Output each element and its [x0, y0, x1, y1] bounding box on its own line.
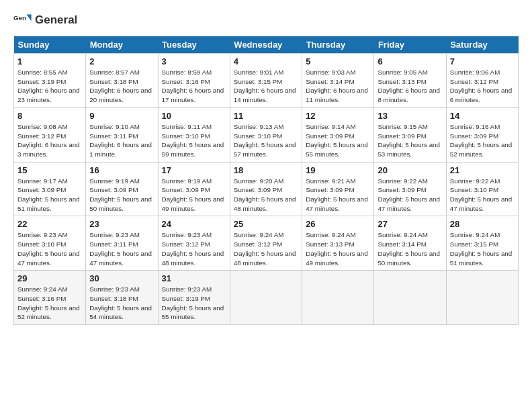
day-number: 26 — [306, 219, 370, 229]
day-info: Sunrise: 9:08 AMSunset: 3:12 PMDaylight:… — [17, 122, 82, 159]
day-info: Sunrise: 8:59 AMSunset: 3:16 PMDaylight:… — [162, 68, 226, 105]
col-saturday: Saturday — [446, 36, 518, 54]
calendar-cell: 19 Sunrise: 9:21 AMSunset: 3:09 PMDaylig… — [302, 162, 374, 216]
day-info: Sunrise: 9:15 AMSunset: 3:09 PMDaylight:… — [378, 122, 442, 159]
day-number: 29 — [17, 273, 82, 283]
day-number: 31 — [162, 273, 226, 283]
calendar-cell: 6 Sunrise: 9:05 AMSunset: 3:13 PMDayligh… — [374, 54, 446, 108]
calendar-cell: 31 Sunrise: 9:23 AMSunset: 3:19 PMDaylig… — [158, 271, 230, 325]
day-info: Sunrise: 8:55 AMSunset: 3:19 PMDaylight:… — [17, 68, 82, 105]
calendar-cell: 8 Sunrise: 9:08 AMSunset: 3:12 PMDayligh… — [14, 107, 86, 162]
calendar-cell: 18 Sunrise: 9:20 AMSunset: 3:09 PMDaylig… — [230, 162, 302, 216]
day-number: 12 — [306, 111, 370, 121]
calendar-cell: 29 Sunrise: 9:24 AMSunset: 3:16 PMDaylig… — [14, 271, 86, 325]
calendar-cell: 5 Sunrise: 9:03 AMSunset: 3:14 PMDayligh… — [302, 54, 374, 108]
day-number: 1 — [17, 56, 82, 66]
col-monday: Monday — [86, 36, 158, 54]
day-info: Sunrise: 9:23 AMSunset: 3:12 PMDaylight:… — [162, 230, 226, 267]
header: Gen General — [13, 11, 519, 30]
logo: Gen General — [13, 11, 77, 30]
day-number: 11 — [234, 111, 298, 121]
day-number: 20 — [378, 165, 442, 175]
day-number: 19 — [306, 165, 370, 175]
day-info: Sunrise: 9:24 AMSunset: 3:12 PMDaylight:… — [234, 230, 298, 267]
day-number: 15 — [17, 165, 82, 175]
logo-text: General — [35, 13, 77, 27]
calendar-week-1: 1 Sunrise: 8:55 AMSunset: 3:19 PMDayligh… — [14, 54, 519, 108]
col-wednesday: Wednesday — [230, 36, 302, 54]
calendar-cell: 17 Sunrise: 9:19 AMSunset: 3:09 PMDaylig… — [158, 162, 230, 216]
day-number: 16 — [89, 165, 154, 175]
calendar-week-5: 29 Sunrise: 9:24 AMSunset: 3:16 PMDaylig… — [14, 271, 519, 325]
calendar-cell: 23 Sunrise: 9:23 AMSunset: 3:11 PMDaylig… — [86, 216, 158, 271]
calendar-cell: 30 Sunrise: 9:23 AMSunset: 3:18 PMDaylig… — [86, 271, 158, 325]
day-number: 24 — [162, 219, 226, 229]
calendar-page: Gen General Sunday Monday Tuesday Wednes… — [0, 0, 532, 332]
header-row: Sunday Monday Tuesday Wednesday Thursday… — [14, 36, 519, 54]
day-info: Sunrise: 9:24 AMSunset: 3:14 PMDaylight:… — [378, 230, 442, 267]
calendar-table: Sunday Monday Tuesday Wednesday Thursday… — [13, 36, 519, 325]
calendar-cell — [446, 271, 518, 325]
day-number: 21 — [450, 165, 515, 175]
day-number: 17 — [162, 165, 226, 175]
calendar-cell: 1 Sunrise: 8:55 AMSunset: 3:19 PMDayligh… — [14, 54, 86, 108]
day-number: 30 — [89, 273, 154, 283]
day-number: 6 — [378, 56, 442, 66]
calendar-cell: 3 Sunrise: 8:59 AMSunset: 3:16 PMDayligh… — [158, 54, 230, 108]
day-info: Sunrise: 9:24 AMSunset: 3:13 PMDaylight:… — [306, 230, 370, 267]
calendar-cell: 11 Sunrise: 9:13 AMSunset: 3:10 PMDaylig… — [230, 107, 302, 162]
day-number: 4 — [234, 56, 298, 66]
day-number: 10 — [162, 111, 226, 121]
calendar-cell: 4 Sunrise: 9:01 AMSunset: 3:15 PMDayligh… — [230, 54, 302, 108]
calendar-cell: 15 Sunrise: 9:17 AMSunset: 3:09 PMDaylig… — [14, 162, 86, 216]
day-number: 27 — [378, 219, 442, 229]
day-info: Sunrise: 9:24 AMSunset: 3:15 PMDaylight:… — [450, 230, 515, 267]
col-sunday: Sunday — [14, 36, 86, 54]
day-info: Sunrise: 9:22 AMSunset: 3:10 PMDaylight:… — [450, 177, 515, 214]
calendar-cell — [302, 271, 374, 325]
calendar-cell: 28 Sunrise: 9:24 AMSunset: 3:15 PMDaylig… — [446, 216, 518, 271]
day-info: Sunrise: 9:05 AMSunset: 3:13 PMDaylight:… — [378, 68, 442, 105]
col-friday: Friday — [374, 36, 446, 54]
day-info: Sunrise: 9:16 AMSunset: 3:09 PMDaylight:… — [450, 122, 515, 159]
calendar-week-2: 8 Sunrise: 9:08 AMSunset: 3:12 PMDayligh… — [14, 107, 519, 162]
day-number: 5 — [306, 56, 370, 66]
day-number: 3 — [162, 56, 226, 66]
day-info: Sunrise: 9:23 AMSunset: 3:18 PMDaylight:… — [89, 285, 154, 322]
day-info: Sunrise: 9:19 AMSunset: 3:09 PMDaylight:… — [162, 177, 226, 214]
day-info: Sunrise: 9:11 AMSunset: 3:10 PMDaylight:… — [162, 122, 226, 159]
day-number: 23 — [89, 219, 154, 229]
calendar-cell: 24 Sunrise: 9:23 AMSunset: 3:12 PMDaylig… — [158, 216, 230, 271]
calendar-cell — [230, 271, 302, 325]
calendar-cell: 9 Sunrise: 9:10 AMSunset: 3:11 PMDayligh… — [86, 107, 158, 162]
calendar-cell: 25 Sunrise: 9:24 AMSunset: 3:12 PMDaylig… — [230, 216, 302, 271]
day-number: 22 — [17, 219, 82, 229]
day-info: Sunrise: 9:20 AMSunset: 3:09 PMDaylight:… — [234, 177, 298, 214]
day-info: Sunrise: 9:23 AMSunset: 3:11 PMDaylight:… — [89, 230, 154, 267]
calendar-cell: 27 Sunrise: 9:24 AMSunset: 3:14 PMDaylig… — [374, 216, 446, 271]
day-number: 7 — [450, 56, 515, 66]
day-info: Sunrise: 9:22 AMSunset: 3:09 PMDaylight:… — [378, 177, 442, 214]
calendar-cell: 20 Sunrise: 9:22 AMSunset: 3:09 PMDaylig… — [374, 162, 446, 216]
day-info: Sunrise: 9:23 AMSunset: 3:10 PMDaylight:… — [17, 230, 82, 267]
day-info: Sunrise: 9:14 AMSunset: 3:09 PMDaylight:… — [306, 122, 370, 159]
calendar-cell: 7 Sunrise: 9:06 AMSunset: 3:12 PMDayligh… — [446, 54, 518, 108]
day-info: Sunrise: 8:57 AMSunset: 3:18 PMDaylight:… — [89, 68, 154, 105]
day-number: 25 — [234, 219, 298, 229]
calendar-cell: 13 Sunrise: 9:15 AMSunset: 3:09 PMDaylig… — [374, 107, 446, 162]
day-number: 14 — [450, 111, 515, 121]
calendar-cell: 16 Sunrise: 9:19 AMSunset: 3:09 PMDaylig… — [86, 162, 158, 216]
day-number: 18 — [234, 165, 298, 175]
day-info: Sunrise: 9:19 AMSunset: 3:09 PMDaylight:… — [89, 177, 154, 214]
day-info: Sunrise: 9:10 AMSunset: 3:11 PMDaylight:… — [89, 122, 154, 159]
svg-marker-1 — [27, 15, 32, 21]
calendar-cell — [374, 271, 446, 325]
calendar-cell: 10 Sunrise: 9:11 AMSunset: 3:10 PMDaylig… — [158, 107, 230, 162]
calendar-week-3: 15 Sunrise: 9:17 AMSunset: 3:09 PMDaylig… — [14, 162, 519, 216]
calendar-week-4: 22 Sunrise: 9:23 AMSunset: 3:10 PMDaylig… — [14, 216, 519, 271]
calendar-cell: 2 Sunrise: 8:57 AMSunset: 3:18 PMDayligh… — [86, 54, 158, 108]
day-number: 2 — [89, 56, 154, 66]
calendar-cell: 22 Sunrise: 9:23 AMSunset: 3:10 PMDaylig… — [14, 216, 86, 271]
day-info: Sunrise: 9:01 AMSunset: 3:15 PMDaylight:… — [234, 68, 298, 105]
col-tuesday: Tuesday — [158, 36, 230, 54]
